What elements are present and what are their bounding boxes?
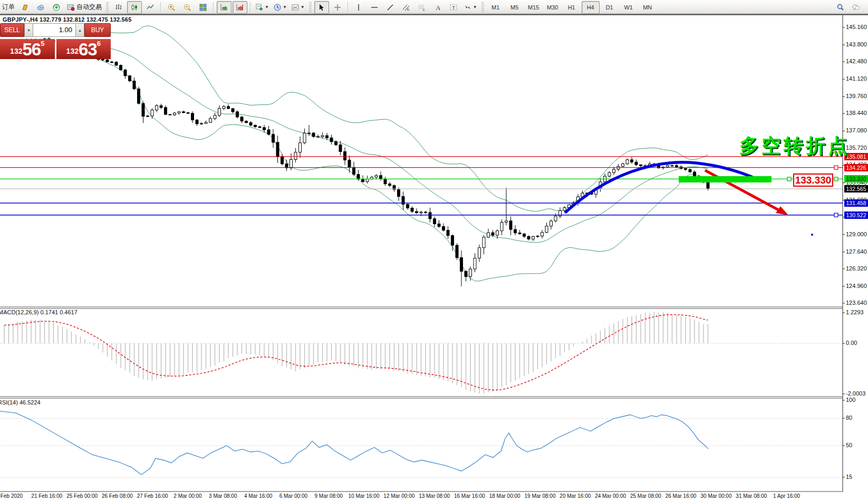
one-click-trade-panel: SELL ▼ 1.00 ▲ BUY 132565 132636 <box>0 23 111 59</box>
crosshair-button[interactable] <box>330 1 345 14</box>
timeframe-d1-label: D1 <box>606 4 613 11</box>
candle-body <box>532 236 535 239</box>
search-button[interactable] <box>833 1 847 14</box>
chat-button[interactable] <box>848 1 863 14</box>
auto-trading-button[interactable]: 自动交易 <box>65 1 103 14</box>
market-watch-button[interactable] <box>33 1 48 14</box>
volume-up-stepper[interactable]: ▲ <box>75 23 84 37</box>
candle-body <box>120 65 122 70</box>
hline-handle[interactable] <box>834 177 838 181</box>
timeframe-h1[interactable]: H1 <box>563 1 581 14</box>
candle-body <box>191 113 194 120</box>
zoom-in-button[interactable] <box>164 1 179 14</box>
hline-handle[interactable] <box>787 177 791 181</box>
chart-canvas[interactable] <box>0 15 868 501</box>
candle-body <box>384 179 387 184</box>
trendline-button[interactable] <box>383 1 398 14</box>
candlestick-series[interactable] <box>3 37 710 286</box>
indicators-button[interactable]: ▼ <box>254 1 271 14</box>
zoom-in-icon <box>167 3 176 12</box>
toolbar-gripper <box>481 2 484 13</box>
time-axis-label: 27 Feb 16:00 <box>137 493 168 499</box>
timeframe-h4[interactable]: H4 <box>582 1 600 14</box>
cursor-button[interactable] <box>314 1 329 14</box>
timeframe-mn[interactable]: MN <box>639 1 657 14</box>
timeframe-d1[interactable]: D1 <box>601 1 619 14</box>
price-tick-label: 142.480 <box>846 58 868 64</box>
line-chart-button[interactable] <box>143 1 158 14</box>
candle-body <box>187 113 189 113</box>
text-button[interactable]: A <box>430 1 445 14</box>
fibonacci-button[interactable]: F <box>414 1 429 14</box>
timeframe-m15[interactable]: M15 <box>525 1 543 14</box>
symbol-header: GBPJPY-,H4 132.779 132.812 132.475 132.5… <box>3 16 131 23</box>
blue-arc-annotation[interactable] <box>566 162 756 212</box>
vertical-line-button[interactable] <box>351 1 366 14</box>
green-bar-annotation[interactable] <box>679 176 771 182</box>
tile-windows-button[interactable] <box>196 1 210 14</box>
candle-body <box>514 229 517 233</box>
candle-body <box>209 119 212 122</box>
search-icon <box>836 3 844 12</box>
price-callout-box[interactable]: 133.330 <box>793 174 833 187</box>
volume-down-stepper[interactable]: ▼ <box>24 23 33 37</box>
auto-scroll-button[interactable] <box>217 1 232 14</box>
buy-button[interactable]: BUY <box>84 23 111 37</box>
channel-button[interactable]: E <box>399 1 413 14</box>
text-a-icon: A <box>433 3 442 12</box>
bar-chart-button[interactable] <box>111 1 126 14</box>
timeframe-w1-label: W1 <box>624 4 633 11</box>
timeframe-m30[interactable]: M30 <box>544 1 562 14</box>
candle-body <box>236 112 239 117</box>
candle-body <box>622 164 624 167</box>
periods-button[interactable]: ▼ <box>272 1 288 14</box>
volume-input[interactable]: 1.00 <box>33 23 75 37</box>
text-label-button[interactable]: T <box>446 1 461 14</box>
annotation-text[interactable]: 多空转折点 <box>739 133 850 159</box>
candle-body <box>326 136 329 138</box>
timeframe-w1[interactable]: W1 <box>620 1 638 14</box>
time-axis-label: 25 Mar 08:00 <box>630 493 661 499</box>
candle-body <box>214 115 216 119</box>
candle-body <box>667 166 669 167</box>
rsi-axis-label: 80 <box>846 415 868 421</box>
navigator-button[interactable] <box>49 1 64 14</box>
sell-button[interactable]: SELL <box>0 23 24 37</box>
hline-handle[interactable] <box>834 166 838 169</box>
bollinger-upper-band[interactable] <box>90 26 708 211</box>
hline-handle[interactable] <box>834 213 838 217</box>
buy-price[interactable]: 132636 <box>56 39 111 59</box>
chart-area[interactable]: GBPJPY-,H4 132.779 132.812 132.475 132.5… <box>0 15 868 501</box>
candle-body <box>200 123 203 124</box>
candle-body <box>389 184 391 186</box>
svg-text:E: E <box>407 8 409 11</box>
candle-body <box>227 107 230 109</box>
crosshair-icon <box>333 3 342 12</box>
new-order-button[interactable]: 订单 <box>1 1 16 14</box>
arrows-button[interactable]: ▼ <box>462 1 479 14</box>
globe-signal-icon <box>52 3 61 12</box>
candle-body <box>536 236 539 237</box>
timeframe-m5[interactable]: M5 <box>506 1 524 14</box>
templates-button[interactable]: ▼ <box>290 1 306 14</box>
zoom-out-button[interactable] <box>180 1 195 14</box>
candle-body <box>500 222 503 230</box>
candle-body <box>608 172 611 176</box>
chart-shift-button[interactable] <box>233 1 247 14</box>
dropdown-arrow-icon: ▼ <box>283 5 287 9</box>
bollinger-middle-band[interactable] <box>90 44 708 243</box>
timeframe-m1[interactable]: M1 <box>487 1 505 14</box>
toolbar-separator <box>250 2 251 13</box>
sell-price[interactable]: 132565 <box>0 39 55 59</box>
candle-body <box>299 143 302 152</box>
candle-body <box>317 137 320 137</box>
candle-body <box>258 127 261 128</box>
timeframe-m1-label: M1 <box>491 4 499 11</box>
rsi-axis-label: 50 <box>846 442 868 448</box>
candle-body <box>196 120 198 123</box>
candle-body <box>147 116 149 117</box>
horizontal-line-button[interactable] <box>367 1 382 14</box>
candlestick-chart-button[interactable] <box>127 1 142 14</box>
candle-body <box>178 112 180 113</box>
charts-button[interactable] <box>17 1 32 14</box>
